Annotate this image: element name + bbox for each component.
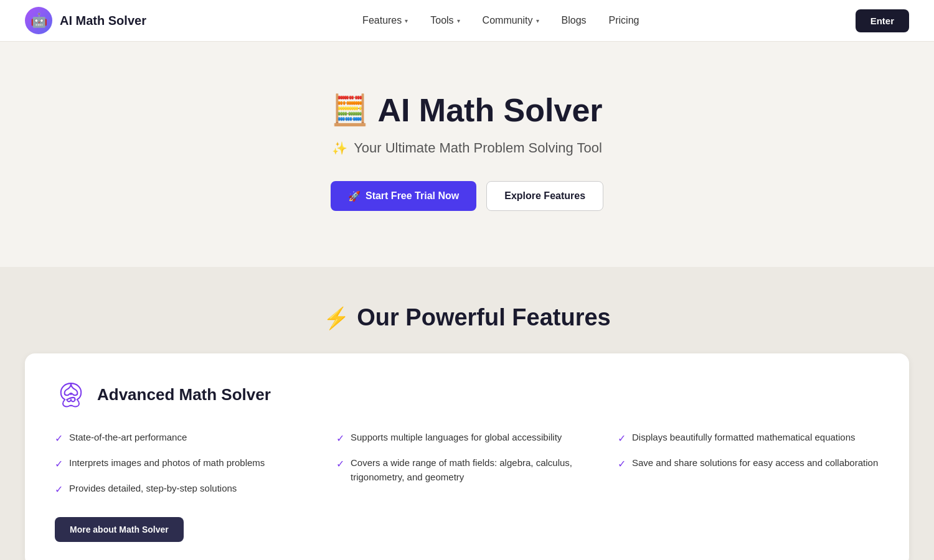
- brand-logo-icon: 🤖: [25, 7, 52, 34]
- start-free-trial-label: Start Free Trial Now: [366, 190, 459, 202]
- card-header: Advanced Math Solver: [55, 378, 879, 411]
- features-section-title: ⚡ Our Powerful Features: [25, 304, 909, 331]
- hero-section: 🧮 AI Math Solver ✨ Your Ultimate Math Pr…: [0, 42, 934, 267]
- brain-icon: [55, 378, 87, 411]
- hero-subtitle: ✨ Your Ultimate Math Problem Solving Too…: [25, 140, 909, 156]
- chevron-down-icon: ▾: [405, 17, 408, 24]
- advanced-math-solver-title: Advanced Math Solver: [97, 385, 271, 404]
- feature-text: Save and share solutions for easy access…: [632, 456, 878, 470]
- start-free-trial-button[interactable]: 🚀 Start Free Trial Now: [331, 181, 476, 211]
- feature-text: Covers a wide range of math fields: alge…: [351, 456, 598, 484]
- check-icon: ✓: [618, 431, 626, 446]
- feature-text: Supports multiple languages for global a…: [351, 431, 562, 445]
- feature-item: ✓ Supports multiple languages for global…: [336, 431, 598, 446]
- feature-text: Displays beautifully formatted mathemati…: [632, 431, 856, 445]
- lightning-icon: ⚡: [323, 306, 349, 330]
- more-about-math-solver-button[interactable]: More about Math Solver: [55, 517, 184, 542]
- feature-item: ✓ Displays beautifully formatted mathema…: [618, 431, 879, 446]
- features-grid: ✓ State-of-the-art performance ✓ Interpr…: [55, 431, 879, 497]
- check-icon: ✓: [55, 482, 63, 497]
- nav-blogs[interactable]: Blogs: [562, 15, 587, 26]
- feature-item: ✓ Save and share solutions for easy acce…: [618, 456, 879, 472]
- feature-text: Provides detailed, step-by-step solution…: [69, 482, 237, 496]
- nav-community[interactable]: Community ▾: [483, 15, 539, 26]
- hero-title-text: AI Math Solver: [377, 91, 602, 129]
- enter-button[interactable]: Enter: [856, 9, 909, 32]
- feature-item: ✓ Interprets images and photos of math p…: [55, 456, 316, 472]
- nav-features[interactable]: Features ▾: [362, 15, 408, 26]
- feature-text: State-of-the-art performance: [69, 431, 187, 445]
- hero-title-icon: 🧮: [331, 93, 369, 128]
- features-title-text: Our Powerful Features: [357, 304, 611, 331]
- features-section: ⚡ Our Powerful Features Advanced: [0, 267, 934, 560]
- robot-icon: 🤖: [31, 12, 47, 29]
- nav-tools[interactable]: Tools ▾: [430, 15, 460, 26]
- rocket-icon: 🚀: [348, 190, 361, 202]
- navbar: 🤖 AI Math Solver Features ▾ Tools ▾ Comm…: [0, 0, 934, 42]
- hero-title: 🧮 AI Math Solver: [25, 91, 909, 129]
- nav-pricing[interactable]: Pricing: [609, 15, 639, 26]
- feature-col-2: ✓ Supports multiple languages for global…: [336, 431, 598, 497]
- feature-item: ✓ Provides detailed, step-by-step soluti…: [55, 482, 316, 497]
- feature-col-1: ✓ State-of-the-art performance ✓ Interpr…: [55, 431, 316, 497]
- brand-title: AI Math Solver: [60, 14, 146, 28]
- check-icon: ✓: [55, 457, 63, 472]
- hero-subtitle-text: Your Ultimate Math Problem Solving Tool: [354, 140, 602, 156]
- advanced-math-solver-card: Advanced Math Solver ✓ State-of-the-art …: [25, 353, 909, 560]
- feature-item: ✓ State-of-the-art performance: [55, 431, 316, 446]
- brand-logo-link[interactable]: 🤖 AI Math Solver: [25, 7, 146, 34]
- feature-item: ✓ Covers a wide range of math fields: al…: [336, 456, 598, 484]
- chevron-down-icon: ▾: [536, 17, 539, 24]
- check-icon: ✓: [336, 457, 344, 472]
- check-icon: ✓: [618, 457, 626, 472]
- feature-text: Interprets images and photos of math pro…: [69, 456, 265, 470]
- explore-features-button[interactable]: Explore Features: [486, 181, 603, 211]
- hero-buttons: 🚀 Start Free Trial Now Explore Features: [25, 181, 909, 211]
- hero-subtitle-icon: ✨: [332, 141, 347, 156]
- feature-col-3: ✓ Displays beautifully formatted mathema…: [618, 431, 879, 497]
- chevron-down-icon: ▾: [457, 17, 460, 24]
- check-icon: ✓: [336, 431, 344, 446]
- nav-center: Features ▾ Tools ▾ Community ▾ Blogs Pri…: [362, 15, 639, 26]
- check-icon: ✓: [55, 431, 63, 446]
